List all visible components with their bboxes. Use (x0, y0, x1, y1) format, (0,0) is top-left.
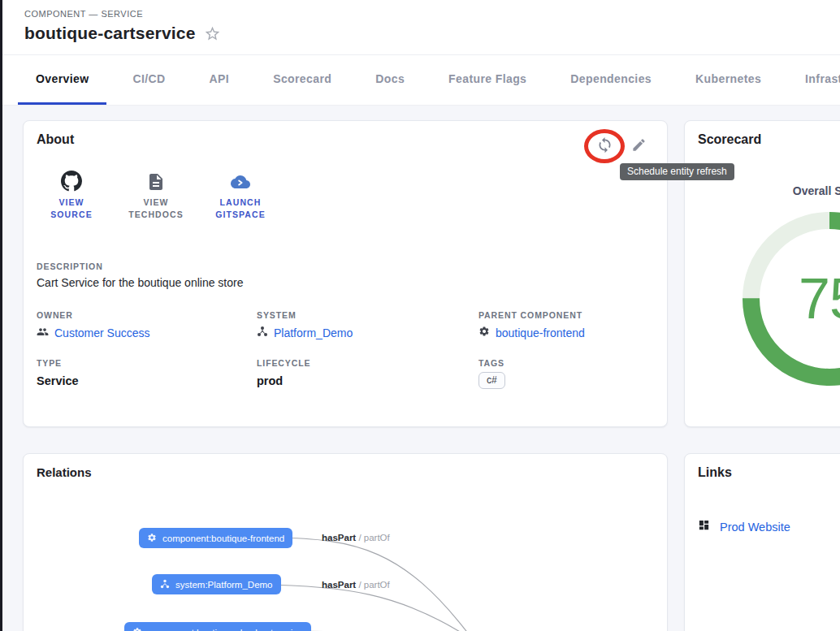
page-title: boutique-cartservice (24, 24, 196, 43)
type-label: TYPE (37, 358, 257, 368)
system-icon (160, 579, 170, 590)
system-value: Platform_Demo (274, 326, 353, 339)
system-field: SYSTEM Platform_Demo (257, 310, 478, 340)
score-value: 75 (743, 212, 840, 386)
owner-link[interactable]: Customer Success (37, 326, 257, 340)
view-techdocs-button[interactable]: VIEW TECHDOCS (121, 170, 191, 221)
tab-cicd[interactable]: CI/CD (115, 55, 183, 105)
relation-node-platform-demo[interactable]: system:Platform_Demo (152, 574, 281, 594)
component-icon (147, 533, 157, 544)
favorite-star-icon[interactable] (204, 25, 221, 42)
lifecycle-label: LIFECYCLE (257, 358, 478, 368)
type-field: TYPE Service (37, 358, 257, 389)
lifecycle-value: prod (257, 374, 478, 387)
page-header: COMPONENT — SERVICE boutique-cartservice (0, 0, 840, 55)
system-label: SYSTEM (257, 310, 478, 320)
relations-card: Relations component:boutique-frontend sy… (23, 453, 668, 631)
refresh-icon (596, 136, 613, 156)
tags-field: TAGS c# (478, 358, 654, 389)
parent-component-value: boutique-frontend (496, 326, 585, 339)
gear-icon (478, 326, 490, 339)
view-techdocs-label: VIEW TECHDOCS (121, 197, 191, 221)
about-card-title: About (37, 132, 74, 147)
overall-score-label: Overall Score (743, 184, 840, 197)
edit-entity-button[interactable] (625, 132, 652, 160)
view-source-button[interactable]: VIEW SOURCE (37, 170, 106, 221)
description-label: DESCRIPTION (37, 261, 654, 271)
relation-node-boutique-frontend[interactable]: component:boutique-frontend (139, 528, 292, 548)
launch-gitspace-button[interactable]: LAUNCH GITSPACE (206, 170, 275, 221)
relations-edges (24, 454, 668, 631)
links-card: Links Prod Website (684, 453, 840, 631)
parent-component-label: PARENT COMPONENT (478, 310, 654, 320)
entity-page: COMPONENT — SERVICE boutique-cartservice… (0, 0, 840, 631)
component-icon (132, 627, 142, 631)
owner-label: OWNER (37, 310, 257, 320)
tab-scorecard[interactable]: Scorecard (255, 55, 349, 105)
tab-overview[interactable]: Overview (18, 55, 106, 105)
tab-api[interactable]: API (192, 55, 248, 105)
tooltip-schedule-entity-refresh: Schedule entity refresh (620, 163, 734, 180)
system-icon (257, 326, 268, 339)
owner-value: Customer Success (54, 326, 149, 339)
edge-label-haspart-partof: hasPart / partOf (322, 580, 390, 590)
relation-node-label: component:boutique-frontend (162, 534, 284, 543)
tab-dependencies[interactable]: Dependencies (552, 55, 669, 105)
tab-feature-flags[interactable]: Feature Flags (431, 55, 544, 105)
cloud-icon (229, 170, 252, 192)
link-prod-website[interactable]: Prod Website (698, 519, 840, 534)
about-card: About (23, 120, 668, 427)
tab-kubernetes[interactable]: Kubernetes (678, 55, 779, 105)
refresh-entity-button[interactable] (591, 132, 618, 160)
type-value: Service (37, 374, 257, 387)
relation-node-label: component:boutique-checkoutservice (148, 628, 303, 631)
document-icon (146, 170, 166, 192)
tag-chip[interactable]: c# (478, 372, 505, 389)
score-donut: 75 (743, 212, 840, 386)
system-link[interactable]: Platform_Demo (257, 326, 478, 339)
tab-docs[interactable]: Docs (357, 55, 422, 105)
tab-infrastructure[interactable]: Infrastructure (787, 55, 840, 105)
entity-tabs: Overview CI/CD API Scorecard Docs Featur… (0, 55, 840, 106)
owner-field: OWNER Customer Success (37, 310, 257, 340)
parent-component-field: PARENT COMPONENT boutique-frontend (478, 310, 654, 340)
edge-label-haspart-partof: hasPart / partOf (322, 533, 390, 542)
pencil-icon (631, 137, 647, 155)
link-label: Prod Website (720, 521, 790, 534)
collapsed-sidebar-edge (0, 0, 2, 631)
scorecard-card-title: Scorecard (698, 132, 840, 147)
relation-node-boutique-checkoutservice[interactable]: component:boutique-checkoutservice (124, 622, 311, 631)
group-icon (37, 326, 49, 340)
launch-gitspace-label: LAUNCH GITSPACE (206, 197, 275, 221)
description-value: Cart Service for the boutique online sto… (37, 276, 654, 289)
github-icon (61, 170, 82, 192)
links-card-title: Links (698, 465, 840, 480)
relation-node-label: system:Platform_Demo (175, 580, 273, 590)
breadcrumb: COMPONENT — SERVICE (24, 9, 840, 19)
dashboard-icon (698, 519, 710, 534)
lifecycle-field: LIFECYCLE prod (257, 358, 478, 389)
parent-component-link[interactable]: boutique-frontend (478, 326, 654, 339)
view-source-label: VIEW SOURCE (37, 197, 106, 221)
tags-label: TAGS (478, 358, 654, 368)
